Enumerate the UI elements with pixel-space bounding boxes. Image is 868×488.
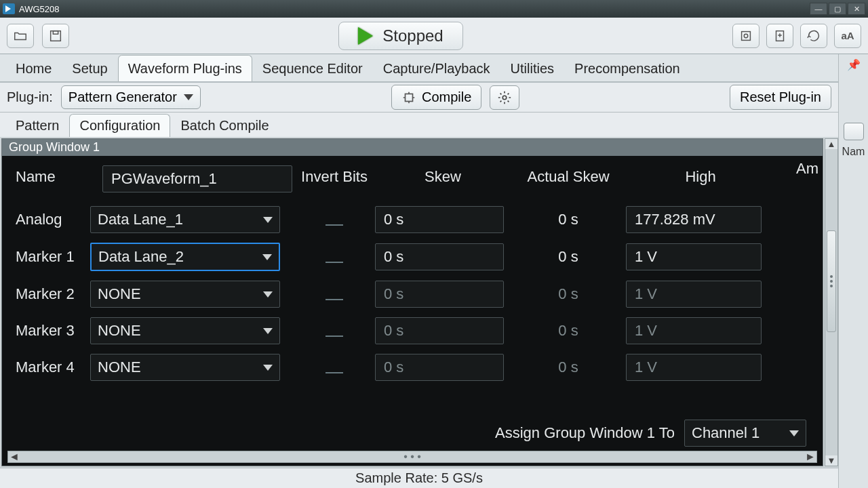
chevron-down-icon (789, 430, 799, 436)
titlebar: AWG5208 — ▢ ✕ (0, 0, 868, 18)
scrollbar-thumb[interactable] (827, 230, 836, 332)
high-input[interactable] (626, 243, 762, 270)
skew-input[interactable] (375, 243, 504, 270)
gear-icon (497, 90, 512, 105)
pin-icon[interactable]: 📌 (847, 58, 861, 71)
row-label: Marker 3 (16, 322, 90, 340)
arrow-doc-icon (772, 28, 787, 43)
high-input[interactable] (626, 206, 762, 233)
waveform-list-button[interactable] (844, 123, 864, 140)
lane-select[interactable]: NONE (90, 317, 280, 344)
row-label: Marker 4 (16, 359, 90, 376)
invert-bits-checkbox[interactable] (294, 325, 375, 337)
compile-label: Compile (422, 89, 471, 105)
invert-bits-checkbox[interactable] (294, 288, 375, 300)
vertical-scrollbar[interactable]: ▲ ▼ (825, 138, 838, 466)
config-row: Marker 2NONE0 s (16, 281, 823, 308)
scroll-down-icon[interactable]: ▼ (827, 455, 836, 466)
tab-setup[interactable]: Setup (62, 55, 117, 81)
plugin-select[interactable]: Pattern Generator (61, 85, 201, 109)
row-label: Marker 2 (16, 285, 90, 303)
scroll-up-icon[interactable]: ▲ (827, 139, 836, 149)
compile-icon (401, 90, 416, 105)
sample-rate-label: Sample Rate: 5 GS/s (355, 470, 483, 486)
chevron-down-icon (263, 328, 273, 334)
lane-select[interactable]: Data Lane_2 (90, 243, 280, 271)
invert-bits-checkbox[interactable] (294, 251, 375, 263)
screenshot-button[interactable] (732, 24, 760, 48)
lane-select-value: Data Lane_2 (98, 248, 184, 266)
skew-input (375, 317, 504, 344)
reset-plugin-button[interactable]: Reset Plug-in (730, 85, 831, 110)
chevron-down-icon (263, 365, 273, 371)
font-size-button[interactable]: aA (834, 24, 861, 48)
svg-rect-1 (53, 30, 58, 34)
lane-select-value: NONE (98, 322, 141, 340)
lane-select[interactable]: NONE (90, 281, 280, 308)
group-window-panel: Group Window 1 Am Name Invert Bits Skew … (1, 138, 823, 466)
invert-bits-checkbox[interactable] (294, 214, 375, 226)
close-button[interactable]: ✕ (848, 3, 865, 15)
lane-select-value: NONE (98, 285, 141, 303)
tab-capture-playback[interactable]: Capture/Playback (373, 55, 500, 81)
horizontal-scrollbar[interactable]: ◄ • • • ► (7, 451, 817, 463)
run-status-pill[interactable]: Stopped (338, 22, 462, 50)
skew-input (375, 354, 504, 381)
lane-select[interactable]: Data Lane_1 (90, 206, 280, 233)
main-tabs: HomeSetupWaveform Plug-insSequence Edito… (0, 54, 838, 83)
compile-settings-button[interactable] (490, 85, 519, 110)
waveform-name-input[interactable] (102, 165, 292, 192)
actual-skew-value: 0 s (511, 211, 626, 228)
compile-button[interactable]: Compile (391, 85, 481, 110)
maximize-button[interactable]: ▢ (829, 3, 846, 15)
refresh-icon (806, 28, 821, 43)
plugin-label: Plug-in: (7, 89, 53, 105)
lane-select[interactable]: NONE (90, 354, 280, 381)
lane-select-value: Data Lane_1 (98, 211, 183, 228)
scroll-right-icon[interactable]: ► (804, 451, 816, 463)
config-row: Marker 4NONE0 s (16, 354, 823, 381)
invert-bits-checkbox[interactable] (294, 361, 375, 373)
tab-utilities[interactable]: Utilities (500, 55, 564, 81)
col-name: Name (2, 168, 90, 186)
play-icon (358, 27, 373, 45)
assign-label: Assign Group Window 1 To (495, 424, 675, 442)
svg-rect-0 (51, 30, 61, 41)
window-title: AWG5208 (19, 4, 60, 14)
refresh-button[interactable] (800, 24, 827, 48)
tab-home[interactable]: Home (5, 55, 62, 81)
run-status-label: Stopped (382, 26, 443, 45)
folder-open-icon (13, 28, 28, 43)
scrollbar-track[interactable] (825, 149, 837, 455)
workspace: Group Window 1 Am Name Invert Bits Skew … (0, 137, 838, 468)
chevron-down-icon (263, 291, 273, 298)
right-dock-rail: 📌 Nam (838, 54, 868, 488)
tab-precompensation[interactable]: Precompensation (564, 55, 690, 81)
actual-skew-value: 0 s (511, 359, 626, 376)
status-bar: Sample Rate: 5 GS/s (0, 468, 838, 488)
top-toolbar: Stopped aA (0, 18, 868, 54)
subtab-batch-compile[interactable]: Batch Compile (170, 114, 279, 137)
reset-plugin-label: Reset Plug-in (740, 89, 821, 105)
subtab-pattern[interactable]: Pattern (5, 114, 69, 137)
group-window-body: Am Name Invert Bits Skew Actual Skew Hig… (2, 156, 823, 451)
assign-row: Assign Group Window 1 To Channel 1 (495, 420, 806, 447)
font-aa-icon: aA (841, 30, 854, 41)
skew-input[interactable] (375, 206, 504, 233)
app-logo-icon (3, 3, 15, 14)
assign-channel-select[interactable]: Channel 1 (684, 420, 806, 447)
svg-rect-2 (742, 31, 751, 40)
tab-sequence-editor[interactable]: Sequence Editor (252, 55, 373, 81)
svg-rect-5 (405, 94, 412, 101)
subtab-configuration[interactable]: Configuration (69, 114, 170, 137)
scroll-left-icon[interactable]: ◄ (8, 451, 20, 463)
save-button[interactable] (42, 24, 69, 48)
minimize-button[interactable]: — (810, 3, 827, 15)
chevron-down-icon (262, 254, 272, 260)
camera-doc-icon (738, 28, 753, 43)
actual-skew-value: 0 s (511, 322, 626, 340)
col-skew: Skew (375, 168, 511, 186)
open-file-button[interactable] (7, 24, 34, 48)
export-button[interactable] (766, 24, 793, 48)
tab-waveform-plug-ins[interactable]: Waveform Plug-ins (118, 55, 252, 81)
